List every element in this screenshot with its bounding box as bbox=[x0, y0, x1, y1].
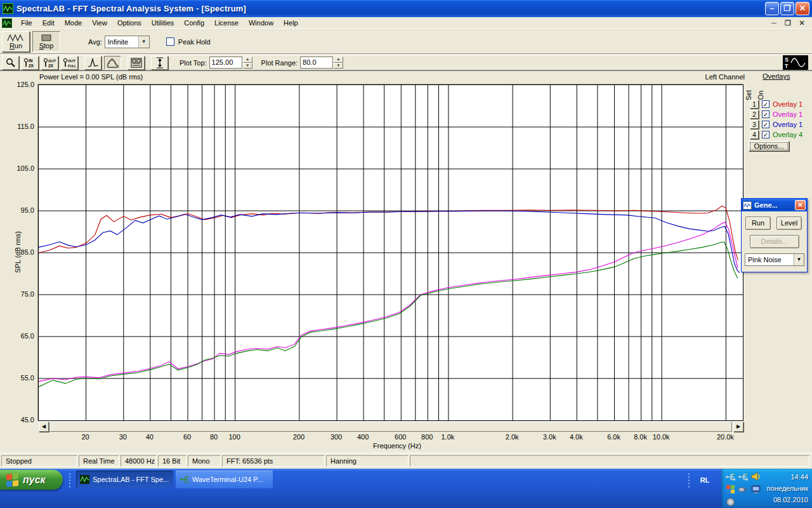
overlay-checkbox-1[interactable]: ✓ bbox=[762, 100, 769, 108]
power-level-readout: Power Level = 0.00 SPL (dB rms) bbox=[39, 73, 143, 81]
overlays-title: Overlays bbox=[763, 72, 812, 80]
stop-button[interactable]: Stop bbox=[32, 31, 60, 52]
plot-top-value[interactable]: 125.00 bbox=[209, 57, 242, 69]
overlay-checkbox-2[interactable]: ✓ bbox=[762, 110, 769, 118]
line-display-button[interactable] bbox=[84, 56, 102, 70]
zoom-button[interactable] bbox=[2, 56, 19, 70]
mdi-child-icon[interactable] bbox=[2, 18, 12, 28]
restore-button[interactable]: ❐ bbox=[780, 2, 794, 15]
plot-range-value[interactable]: 80.0 bbox=[300, 57, 333, 69]
windows-update-icon[interactable] bbox=[725, 484, 736, 495]
chevron-down-icon[interactable]: ▼ bbox=[138, 36, 149, 48]
menu-item-file[interactable]: File bbox=[16, 18, 37, 28]
plot-hscrollbar[interactable]: ◀ ▶ bbox=[39, 422, 743, 432]
zoom-out-2x-button[interactable]: OUT2X bbox=[41, 56, 58, 70]
status-bar: StoppedReal Time48000 Hz16 BitMonoFFT: 6… bbox=[0, 453, 812, 469]
mdi-close-button[interactable]: ✕ bbox=[797, 19, 807, 27]
taskbar-task-spectralab[interactable]: SpectraLAB - FFT Spe... bbox=[76, 471, 173, 488]
status-segment: FFT: 65536 pts bbox=[222, 455, 325, 467]
generator-title-bar[interactable]: Gene... ✕ bbox=[742, 199, 807, 211]
menu-item-config[interactable]: Config bbox=[179, 18, 209, 28]
soundtech-logo: ST bbox=[783, 55, 808, 70]
scrollbar-thumb[interactable] bbox=[49, 422, 732, 432]
overlay-set-button-3[interactable]: 3 bbox=[750, 120, 759, 129]
scroll-left-arrow[interactable]: ◀ bbox=[39, 422, 49, 432]
peak-curve-icon bbox=[88, 58, 99, 68]
clock-date: 08.02.2010 bbox=[767, 494, 808, 505]
generator-icon bbox=[743, 201, 752, 210]
zoom-in-2x-button[interactable]: IN2X bbox=[22, 56, 39, 70]
x-tick-label: 60 bbox=[173, 433, 201, 441]
spectrum-curve-4 bbox=[39, 242, 738, 387]
overlay-row: 4✓Overlay 4 bbox=[750, 130, 802, 140]
start-button[interactable]: пуск bbox=[0, 470, 63, 490]
usb-icon[interactable] bbox=[725, 471, 736, 482]
avg-combobox[interactable]: Infinite ▼ bbox=[105, 36, 150, 48]
zoom-out-full-button[interactable]: OUTFULL bbox=[61, 56, 78, 70]
x-tick-label: 40 bbox=[136, 433, 164, 441]
taskbar-task-waveterminal[interactable]: WaveTerminal-U24 P... bbox=[176, 471, 273, 488]
chevron-down-icon[interactable]: ▼ bbox=[794, 254, 804, 265]
overlay-checkbox-4[interactable]: ✓ bbox=[762, 131, 769, 138]
generator-run-button[interactable]: Run bbox=[745, 217, 771, 230]
bars-icon bbox=[107, 58, 119, 68]
plot-top-spinbox[interactable]: 125.00 ▲▼ bbox=[209, 57, 252, 69]
menu-item-license[interactable]: License bbox=[209, 18, 244, 28]
svg-text:OUT: OUT bbox=[48, 59, 56, 63]
generator-title: Gene... bbox=[754, 201, 795, 209]
generator-details-button[interactable]: Details... bbox=[750, 235, 799, 248]
taskbar: пуск SpectraLAB - FFT Spe...WaveTerminal… bbox=[0, 469, 812, 508]
plug-icon[interactable] bbox=[738, 484, 749, 495]
taskbar-grip[interactable] bbox=[69, 472, 71, 488]
overlay-set-button-4[interactable]: 4 bbox=[750, 130, 759, 139]
x-tick-label: 600 bbox=[386, 433, 414, 441]
x-tick-label: 20.0k bbox=[711, 433, 739, 441]
usb-icon[interactable] bbox=[738, 471, 749, 482]
title-bar: SpectraLAB - FFT Spectral Analysis Syste… bbox=[0, 0, 812, 17]
task-label: SpectraLAB - FFT Spe... bbox=[93, 476, 169, 483]
spectrum-plot[interactable] bbox=[38, 84, 743, 421]
language-indicator[interactable]: RL bbox=[694, 474, 716, 486]
menu-item-help[interactable]: Help bbox=[278, 18, 303, 28]
vertical-arrows-icon bbox=[155, 57, 164, 69]
display-icon[interactable] bbox=[750, 484, 761, 495]
menu-item-mode[interactable]: Mode bbox=[60, 18, 88, 28]
generator-close-icon[interactable]: ✕ bbox=[795, 200, 806, 210]
bar-display-button[interactable] bbox=[104, 56, 121, 70]
security-icon[interactable] bbox=[725, 497, 736, 507]
overlay-checkbox-3[interactable]: ✓ bbox=[762, 121, 769, 128]
close-button[interactable]: ✕ bbox=[796, 2, 809, 15]
status-segment: 48000 Hz bbox=[121, 455, 157, 467]
x-tick-label: 20 bbox=[72, 433, 100, 441]
generator-level-button[interactable]: Level bbox=[776, 217, 802, 230]
svg-text:OUT: OUT bbox=[68, 59, 75, 63]
autoscale-button[interactable] bbox=[151, 56, 168, 70]
plot-range-spinbox[interactable]: 80.0 ▲▼ bbox=[300, 57, 343, 69]
minimize-button[interactable]: – bbox=[765, 2, 779, 15]
taskbar-grip[interactable] bbox=[688, 472, 690, 488]
overlays-options-button[interactable]: Options... bbox=[749, 141, 789, 151]
scroll-right-arrow[interactable]: ▶ bbox=[733, 422, 743, 432]
x-tick-label: 4.0k bbox=[562, 433, 590, 441]
mdi-minimize-button[interactable]: ─ bbox=[769, 19, 779, 27]
overlay-set-button-1[interactable]: 1 bbox=[750, 100, 759, 109]
menu-item-window[interactable]: Window bbox=[244, 18, 278, 28]
mdi-restore-button[interactable]: ❐ bbox=[783, 19, 793, 27]
menu-item-utilities[interactable]: Utilities bbox=[147, 18, 179, 28]
run-button[interactable]: Run bbox=[2, 31, 30, 52]
status-segment: Stopped bbox=[1, 455, 77, 467]
peak-hold-checkbox[interactable] bbox=[166, 37, 174, 46]
spectrum-curve-3 bbox=[39, 211, 740, 273]
plot-range-spinner[interactable]: ▲▼ bbox=[334, 57, 343, 69]
display-toolbar: IN2X OUT2X OUTFULL Plot Top: 125.00 ▲▼ P… bbox=[0, 55, 812, 71]
plot-top-spinner[interactable]: ▲▼ bbox=[243, 57, 252, 69]
menu-item-options[interactable]: Options bbox=[112, 18, 147, 28]
x-axis-title: Frequency (Hz) bbox=[353, 442, 442, 450]
status-segment: Real Time bbox=[79, 455, 119, 467]
menu-item-edit[interactable]: Edit bbox=[37, 18, 60, 28]
speaker-icon[interactable] bbox=[750, 471, 761, 482]
generator-signal-combobox[interactable]: Pink Noise ▼ bbox=[745, 253, 804, 266]
overlay-set-button-2[interactable]: 2 bbox=[750, 110, 759, 119]
menu-item-view[interactable]: View bbox=[87, 18, 112, 28]
display-config-button[interactable] bbox=[128, 56, 145, 70]
